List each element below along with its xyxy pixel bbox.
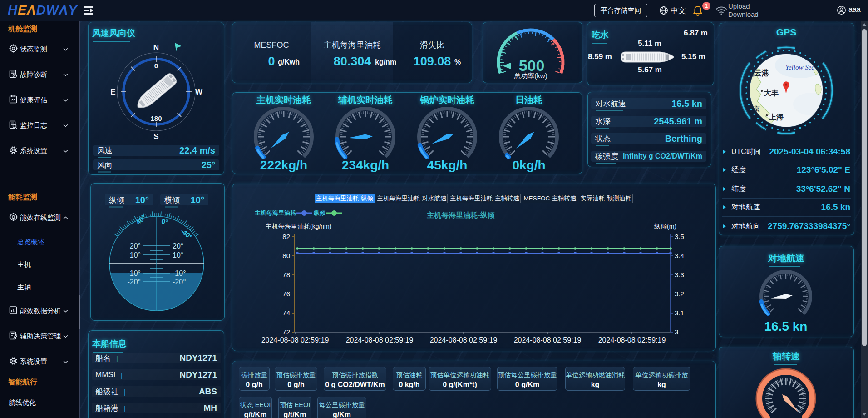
svg-text:N: N	[153, 43, 159, 52]
svg-text:2024-08-08 02:59:19: 2024-08-08 02:59:19	[514, 336, 582, 344]
svg-text:南京: 南京	[746, 105, 760, 113]
svg-text:20°: 20°	[173, 242, 183, 250]
svg-text:3.2: 3.2	[675, 290, 684, 298]
svg-text:-20°: -20°	[173, 278, 186, 286]
svg-text:-10°: -10°	[173, 269, 186, 277]
svg-text:10°: 10°	[130, 251, 141, 259]
svg-text:74: 74	[282, 309, 290, 317]
svg-text:2024-08-08 02:59:19: 2024-08-08 02:59:19	[430, 336, 498, 344]
svg-text:180: 180	[150, 114, 162, 122]
svg-text:2024-08-08 02:59:19: 2024-08-08 02:59:19	[261, 336, 329, 344]
svg-text:20°: 20°	[130, 242, 141, 250]
svg-text:0: 0	[154, 62, 158, 70]
svg-text:76: 76	[282, 290, 290, 298]
svg-text:E: E	[110, 88, 115, 96]
svg-text:2024-08-08 02:59:19: 2024-08-08 02:59:19	[598, 336, 666, 344]
svg-text:3.3: 3.3	[675, 271, 684, 279]
svg-text:-40°: -40°	[179, 227, 194, 241]
svg-text:2024-08-08 02:59:19: 2024-08-08 02:59:19	[346, 336, 414, 344]
svg-text:0°: 0°	[161, 217, 169, 226]
svg-text:10°: 10°	[173, 251, 183, 259]
svg-text:3.1: 3.1	[675, 309, 684, 317]
svg-text:S: S	[153, 132, 158, 141]
svg-text:-20°: -20°	[127, 278, 141, 286]
svg-text:-10°: -10°	[127, 269, 141, 277]
svg-text:3: 3	[675, 328, 678, 336]
svg-text:78: 78	[282, 271, 290, 279]
svg-text:W: W	[195, 88, 203, 96]
svg-text:3.5: 3.5	[675, 233, 684, 240]
svg-text:Yellow Sea: Yellow Sea	[785, 64, 815, 71]
svg-text:72: 72	[282, 328, 290, 336]
svg-text:大丰: 大丰	[764, 89, 779, 97]
svg-text:3.4: 3.4	[675, 252, 684, 259]
svg-text:80: 80	[282, 252, 290, 259]
svg-text:82: 82	[282, 233, 290, 240]
svg-text:40°: 40°	[134, 214, 147, 226]
svg-text:上海: 上海	[769, 113, 784, 121]
svg-text:连云港: 连云港	[747, 69, 769, 77]
